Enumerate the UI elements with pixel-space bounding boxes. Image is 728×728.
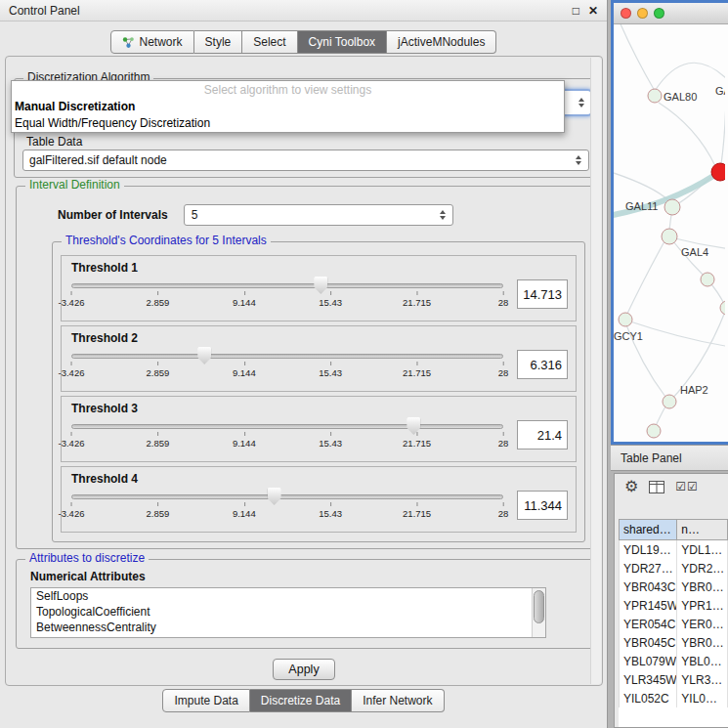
number-of-intervals-combobox[interactable]: 5 xyxy=(184,204,453,226)
tab-impute-data[interactable]: Impute Data xyxy=(162,689,249,712)
column-header-shared-name[interactable]: shared… xyxy=(619,519,677,540)
slider-handle[interactable] xyxy=(268,488,281,505)
network-graph: GAL80 GA GAL11 GAL4 GCY1 HAP2 xyxy=(614,24,725,442)
show-columns-checkboxes-icon[interactable]: ☑☑ xyxy=(675,480,699,493)
table-row[interactable]: YBR045C YBR0… xyxy=(619,633,728,652)
slider-track[interactable] xyxy=(71,283,503,288)
minimize-traffic-light-icon[interactable] xyxy=(637,8,648,19)
cyni-toolbox-panel: Discretization Algorithm Table Data galF… xyxy=(5,56,603,686)
slider-handle[interactable] xyxy=(197,347,211,364)
slider-tick-labels: -3.426 2.859 9.144 15.43 21.715 28 xyxy=(71,508,503,522)
tab-label: Discretize Data xyxy=(261,694,340,707)
table-row[interactable]: YLR345W YLR3… xyxy=(619,670,728,689)
selected-node[interactable] xyxy=(711,163,725,181)
numerical-attributes-label: Numerical Attributes xyxy=(30,570,146,583)
cell-shared-name: YDR27… xyxy=(619,559,677,578)
threshold-3-slider[interactable]: -3.426 2.859 9.144 15.43 21.715 28 xyxy=(69,415,505,454)
network-edges xyxy=(614,24,725,428)
combo-spinner-icon[interactable] xyxy=(440,210,446,220)
column-header-name[interactable]: n… xyxy=(677,519,728,540)
table-row[interactable]: YIL052C YIL0… xyxy=(619,689,728,707)
network-canvas[interactable]: GAL80 GA GAL11 GAL4 GCY1 HAP2 xyxy=(614,24,725,442)
tab-label: Impute Data xyxy=(174,694,237,707)
node-gal11[interactable] xyxy=(664,199,680,215)
tick-label: 9.144 xyxy=(233,438,256,449)
table-row[interactable]: YPR145W YPR1… xyxy=(619,596,728,615)
float-window-icon[interactable]: □ xyxy=(573,4,579,18)
cell-shared-name: YER054C xyxy=(619,615,677,633)
threshold-1-value-input[interactable] xyxy=(517,279,568,309)
table-data-combobox[interactable]: galFiltered.sif default node xyxy=(22,150,589,171)
node-hap2[interactable] xyxy=(663,395,676,408)
combo-spinner-icon[interactable] xyxy=(578,98,584,107)
slider-track[interactable] xyxy=(71,494,503,499)
tick-label: 9.144 xyxy=(233,508,256,519)
tab-network[interactable]: Network xyxy=(110,30,194,54)
apply-button[interactable]: Apply xyxy=(273,659,335,680)
list-item[interactable]: SelfLoops xyxy=(31,588,545,604)
tab-label: Select xyxy=(253,35,285,49)
algorithm-dropdown-popup: Select algorithm to view settings Manual… xyxy=(11,80,565,133)
cell-shared-name: YBL079W xyxy=(619,652,677,670)
tab-cyni-toolbox[interactable]: Cyni Toolbox xyxy=(298,30,387,54)
tab-label: Network xyxy=(140,35,183,49)
attributes-list: SelfLoops TopologicalCoefficient Between… xyxy=(30,587,546,638)
node-gal80[interactable] xyxy=(648,89,662,103)
table-row[interactable]: YBR043C YBR0… xyxy=(619,578,728,596)
node[interactable] xyxy=(720,301,725,315)
control-panel-title: Control Panel xyxy=(9,4,564,18)
threshold-4-value-input[interactable] xyxy=(517,491,568,520)
threshold-3-value-input[interactable] xyxy=(517,420,568,450)
panel-scrollbar[interactable] xyxy=(590,58,601,684)
tab-select[interactable]: Select xyxy=(242,30,297,54)
zoom-traffic-light-icon[interactable] xyxy=(654,8,664,19)
tab-style[interactable]: Style xyxy=(194,30,243,54)
column-selector-icon[interactable] xyxy=(649,481,664,493)
list-scrollbar[interactable] xyxy=(532,588,545,637)
node[interactable] xyxy=(647,424,661,438)
threshold-2-value-input[interactable] xyxy=(517,350,568,379)
node-label-hap2: HAP2 xyxy=(680,384,708,396)
cell-name: YIL0… xyxy=(677,689,728,707)
threshold-2-slider[interactable]: -3.426 2.859 9.144 15.43 21.715 28 xyxy=(69,345,505,384)
tick-label: 15.43 xyxy=(319,367,342,378)
table-row[interactable]: YDR27… YDR2… xyxy=(619,559,728,578)
slider-track[interactable] xyxy=(71,354,503,359)
node-gal4[interactable] xyxy=(662,229,677,244)
slider-handle[interactable] xyxy=(407,417,420,435)
tick-label: 28 xyxy=(498,508,509,519)
cell-name: YDR2… xyxy=(677,559,728,578)
list-item[interactable]: BetweennessCentrality xyxy=(31,620,545,635)
tick-label: 21.715 xyxy=(403,438,431,449)
tab-discretize-data[interactable]: Discretize Data xyxy=(250,689,352,712)
number-of-intervals-label: Number of Intervals xyxy=(58,208,168,222)
dropdown-option-equal-width[interactable]: Equal Width/Frequency Discretization xyxy=(12,115,564,132)
cell-name: YPR1… xyxy=(677,596,728,615)
threshold-4-slider[interactable]: -3.426 2.859 9.144 15.43 21.715 28 xyxy=(69,486,505,525)
slider-handle[interactable] xyxy=(314,277,327,294)
dropdown-option-manual[interactable]: Manual Discretization xyxy=(12,99,564,115)
combo-spinner-icon[interactable] xyxy=(576,155,581,165)
tick-label: 2.859 xyxy=(147,438,170,449)
tick-label: 21.715 xyxy=(403,508,431,519)
spinner-down-icon xyxy=(440,216,446,220)
table-row[interactable]: YDL19… YDL1… xyxy=(619,540,728,559)
close-window-icon[interactable]: ✕ xyxy=(588,4,598,18)
tab-label: Cyni Toolbox xyxy=(309,35,375,49)
tab-infer-network[interactable]: Infer Network xyxy=(352,689,444,712)
node-gcy1[interactable] xyxy=(619,313,632,326)
node-label-gal80: GAL80 xyxy=(664,91,697,103)
tick-label: 2.859 xyxy=(147,297,170,308)
dropdown-option-placeholder[interactable]: Select algorithm to view settings xyxy=(12,81,564,99)
node[interactable] xyxy=(701,273,714,286)
cell-name: YBR0… xyxy=(677,578,728,596)
slider-track[interactable] xyxy=(71,424,503,429)
table-row[interactable]: YBL079W YBL0… xyxy=(619,652,728,670)
gear-icon[interactable]: ⚙ xyxy=(624,479,638,494)
scrollbar-thumb[interactable] xyxy=(534,590,544,623)
list-item[interactable]: TopologicalCoefficient xyxy=(31,604,545,620)
tab-jactivemnodules[interactable]: jActiveMNodules xyxy=(387,30,496,54)
threshold-1-slider[interactable]: -3.426 2.859 9.144 15.43 21.715 28 xyxy=(69,275,505,314)
close-traffic-light-icon[interactable] xyxy=(621,8,631,19)
table-row[interactable]: YER054C YER0… xyxy=(619,615,728,633)
